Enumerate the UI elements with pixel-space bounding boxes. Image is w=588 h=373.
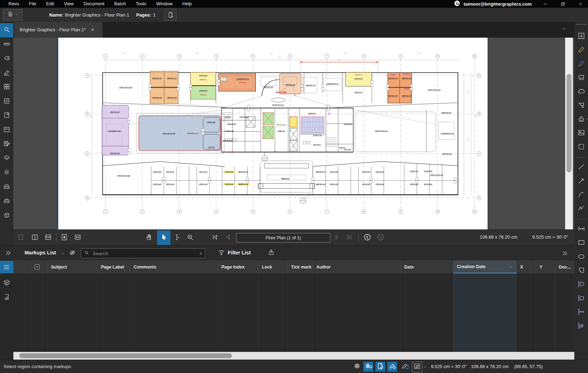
sidebar-item-properties[interactable] <box>0 166 13 180</box>
sidebar-item-measurements[interactable] <box>0 38 13 52</box>
restore-button[interactable] <box>555 0 570 8</box>
search-input[interactable] <box>92 251 196 257</box>
markups-table-body[interactable] <box>13 273 574 352</box>
grid-toggle-button[interactable] <box>352 362 362 372</box>
select-tool-button[interactable] <box>157 230 170 245</box>
scrollbar-thumb[interactable] <box>19 353 232 358</box>
column-header-date[interactable]: Date <box>401 260 453 273</box>
tool-highlighter-tool[interactable] <box>575 43 588 57</box>
export-summary-icon[interactable] <box>268 249 275 257</box>
markups-search-box[interactable]: x <box>81 248 205 258</box>
fit-page-button[interactable] <box>59 233 70 243</box>
pdf-page[interactable]: 11223344556677889910101111AABBCCDD <box>58 38 487 229</box>
tab-list-chevron-icon[interactable] <box>561 26 567 33</box>
canvas-vertical-scrollbar[interactable] <box>565 38 573 229</box>
first-page-button[interactable] <box>209 233 220 243</box>
sync-views-button[interactable] <box>412 362 422 372</box>
markups-list-title[interactable]: Markups List <box>25 250 56 255</box>
next-view-button[interactable] <box>375 233 386 243</box>
chevron-down-icon[interactable]: ˅ <box>424 366 426 369</box>
sidebar-item-markup-summary[interactable] <box>0 137 13 151</box>
pan-tool-button[interactable] <box>144 233 155 243</box>
search-clear-icon[interactable]: x <box>196 251 205 256</box>
scrollbar-thumb[interactable] <box>567 74 571 172</box>
menu-document[interactable]: Document <box>79 0 109 8</box>
menu-tools[interactable]: Tools <box>131 0 151 8</box>
sidebar-item-studio[interactable] <box>0 209 13 223</box>
document-tab[interactable]: Brighter Graphics - Floor Plan 1* ✕ <box>14 22 103 38</box>
sidebar-item-search[interactable] <box>0 23 13 37</box>
fit-width-button[interactable] <box>72 233 83 243</box>
menu-help[interactable]: Help <box>177 0 197 8</box>
column-header-y[interactable]: Y <box>536 260 555 273</box>
panel-expand-icon[interactable] <box>5 249 12 258</box>
tool-count-measure-tool[interactable] <box>575 320 588 333</box>
column-header-doc-[interactable]: Doc... <box>555 260 574 273</box>
tool-image-tool[interactable] <box>575 127 588 140</box>
menu-batch[interactable]: Batch <box>109 0 131 8</box>
tool-length-measure-tool[interactable] <box>575 306 588 320</box>
column-header-page-label[interactable]: Page Label <box>97 260 130 273</box>
tool-highlight-area-tool[interactable] <box>575 71 588 85</box>
tool-polyline-tool[interactable] <box>575 202 588 216</box>
sidebar-item-ocr[interactable] <box>0 180 13 194</box>
sidebar-item-markups-list[interactable] <box>0 260 13 273</box>
tool-snapshot-tool[interactable] <box>575 140 588 154</box>
select-all-checkbox[interactable]: − <box>34 264 40 270</box>
tool-arc-tool[interactable] <box>575 188 588 202</box>
previous-page-button[interactable] <box>223 233 233 243</box>
column-header-author[interactable]: Author <box>313 260 401 273</box>
new-document-button[interactable] <box>164 9 176 21</box>
zoom-tool-button[interactable] <box>185 233 195 243</box>
tool-cloud-tool[interactable] <box>575 85 588 99</box>
tool-area-measure-tool[interactable] <box>575 292 588 305</box>
menu-view[interactable]: View <box>59 0 79 8</box>
sidebar-item-layers[interactable] <box>0 152 13 166</box>
column-header-x[interactable]: X <box>517 260 536 273</box>
menu-file[interactable]: File <box>24 0 41 8</box>
tool-text-box-tool[interactable]: A <box>575 30 588 43</box>
document-canvas[interactable]: 11223344556677889910101111AABBCCDD <box>13 38 574 229</box>
sidebar-item-spaces[interactable] <box>0 123 13 137</box>
menu-edit[interactable]: Edit <box>41 0 59 8</box>
menu-revu[interactable]: Revu <box>4 0 24 8</box>
snap-to-grid-button[interactable] <box>363 362 373 372</box>
tool-polygon-tool[interactable] <box>575 264 588 278</box>
sidebar-item-3d-model-tree[interactable]: 3D <box>0 276 13 290</box>
select-text-button[interactable]: A <box>172 233 182 243</box>
filter-icon[interactable] <box>218 249 225 258</box>
tool-measure-tool[interactable] <box>575 222 588 236</box>
menu-window[interactable]: Window <box>151 0 177 8</box>
column-header-lock[interactable]: Lock <box>258 260 287 273</box>
chevron-down-icon[interactable] <box>60 251 65 257</box>
column-header-creation-date[interactable]: Creation Date <box>453 260 517 273</box>
tool-arrow-tool[interactable] <box>575 175 588 188</box>
sidebar-item-bookmarks[interactable] <box>0 109 13 123</box>
column-header-page-index[interactable]: Page Index <box>218 260 258 273</box>
sidebar-item-tool-chest[interactable] <box>0 194 13 208</box>
previous-view-button[interactable] <box>362 233 373 243</box>
tab-close-icon[interactable]: ✕ <box>91 27 95 32</box>
column-header-tick-mark[interactable]: Tick mark <box>287 260 313 273</box>
column-header-subject[interactable]: Subject <box>47 260 97 273</box>
chevron-down-icon[interactable]: ˅ <box>586 118 588 121</box>
next-page-button[interactable] <box>332 233 342 243</box>
sidebar-item-file-access[interactable] <box>0 95 13 109</box>
tool-line-tool[interactable] <box>575 161 588 175</box>
document-menu-button[interactable] <box>3 9 22 20</box>
last-page-button[interactable] <box>344 233 355 243</box>
sidebar-item-tags[interactable] <box>0 52 13 66</box>
snap-to-content-button[interactable] <box>375 362 385 372</box>
sidebar-item-thumbnails[interactable] <box>0 80 13 94</box>
split-horizontal-button[interactable] <box>43 233 53 243</box>
hide-markups-icon[interactable] <box>69 249 76 258</box>
tool-stamp-tool[interactable]: ˅ <box>575 113 588 126</box>
sidebar-item-stamps[interactable] <box>0 66 13 80</box>
tool-ellipse-tool[interactable] <box>575 250 588 264</box>
panel-collapse-icon[interactable] <box>562 250 569 258</box>
account-email[interactable]: taimoor@brightergraphics.com <box>464 1 532 7</box>
minimize-button[interactable] <box>537 0 553 8</box>
snap-to-markup-button[interactable] <box>387 362 397 372</box>
tool-rectangle-tool[interactable] <box>575 236 588 250</box>
tool-perimeter-measure-tool[interactable] <box>575 278 588 292</box>
